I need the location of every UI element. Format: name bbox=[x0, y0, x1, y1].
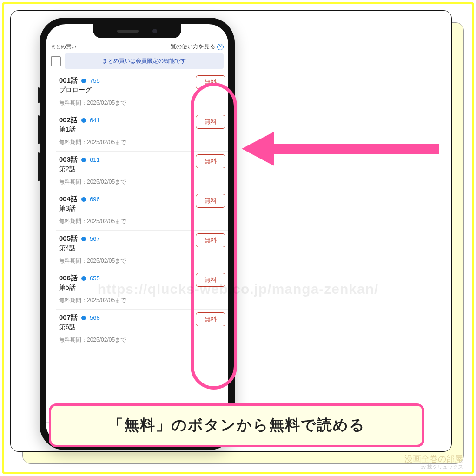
episode-list[interactable]: 001話755プロローグ無料期間：2025/02/05まで無料002話641第1… bbox=[46, 73, 228, 422]
free-period-text: 無料期間：2025/02/05まで bbox=[59, 218, 225, 225]
free-period-text: 無料期間：2025/02/05まで bbox=[59, 297, 225, 304]
free-read-button[interactable]: 無料 bbox=[196, 233, 225, 247]
free-period-text: 無料期間：2025/02/05まで bbox=[59, 336, 225, 344]
free-period-text: 無料期間：2025/02/05まで bbox=[59, 139, 225, 146]
episode-list-item[interactable]: 006話655第5話無料期間：2025/02/05まで無料 bbox=[56, 270, 228, 310]
bulk-buy-label: まとめ買い bbox=[51, 43, 76, 50]
comment-count: 568 bbox=[90, 314, 100, 321]
comment-dot-icon bbox=[81, 197, 86, 202]
credit-watermark: 漫画全巻の部屋 by 株クリュックス bbox=[404, 455, 463, 469]
comment-dot-icon bbox=[81, 79, 86, 83]
comment-dot-icon bbox=[81, 158, 86, 162]
episode-number: 005話 bbox=[59, 234, 78, 243]
comment-count: 641 bbox=[90, 117, 100, 124]
phone-frame: まとめ買い 一覧の使い方を見る ? まとめ買いは会員限定の機能です 001話75… bbox=[40, 18, 235, 450]
member-only-banner: まとめ買いは会員限定の機能です bbox=[65, 53, 224, 69]
free-read-button[interactable]: 無料 bbox=[196, 115, 225, 129]
free-read-button[interactable]: 無料 bbox=[196, 312, 225, 326]
comment-dot-icon bbox=[81, 276, 86, 281]
episode-list-item[interactable]: 004話696第3話無料期間：2025/02/05まで無料 bbox=[56, 191, 228, 231]
free-period-text: 無料期間：2025/02/05まで bbox=[59, 257, 225, 265]
episode-number: 003話 bbox=[59, 155, 78, 164]
episode-list-item[interactable]: 001話755プロローグ無料期間：2025/02/05まで無料 bbox=[56, 73, 228, 112]
episode-list-item[interactable]: 003話611第2話無料期間：2025/02/05まで無料 bbox=[56, 152, 228, 191]
free-read-button[interactable]: 無料 bbox=[196, 75, 225, 89]
phone-screen: まとめ買い 一覧の使い方を見る ? まとめ買いは会員限定の機能です 001話75… bbox=[46, 24, 228, 443]
comment-count: 696 bbox=[90, 196, 100, 203]
comment-count: 655 bbox=[90, 275, 100, 282]
comment-dot-icon bbox=[81, 118, 86, 123]
free-read-button[interactable]: 無料 bbox=[196, 154, 225, 168]
bulk-buy-checkbox[interactable] bbox=[51, 56, 61, 66]
comment-dot-icon bbox=[81, 316, 86, 320]
episode-number: 006話 bbox=[59, 274, 78, 283]
comment-dot-icon bbox=[81, 237, 86, 241]
free-period-text: 無料期間：2025/02/05まで bbox=[59, 178, 225, 186]
phone-notch bbox=[93, 24, 181, 38]
annotation-callout: 「無料」のボタンから無料で読める bbox=[49, 403, 424, 447]
episode-list-item[interactable]: 007話568第6話無料期間：2025/02/05まで無料 bbox=[56, 310, 228, 349]
episode-list-item[interactable]: 005話567第4話無料期間：2025/02/05まで無料 bbox=[56, 231, 228, 270]
free-read-button[interactable]: 無料 bbox=[196, 194, 225, 208]
question-icon: ? bbox=[217, 44, 224, 50]
comment-count: 611 bbox=[90, 156, 100, 163]
free-read-button[interactable]: 無料 bbox=[196, 273, 225, 287]
episode-number: 002話 bbox=[59, 116, 78, 125]
episode-number: 001話 bbox=[59, 76, 78, 85]
comment-count: 567 bbox=[90, 235, 100, 242]
episode-number: 007話 bbox=[59, 313, 78, 322]
episode-list-item[interactable]: 002話641第1話無料期間：2025/02/05まで無料 bbox=[56, 112, 228, 152]
free-period-text: 無料期間：2025/02/05まで bbox=[59, 99, 225, 107]
comment-count: 755 bbox=[90, 77, 100, 84]
usage-guide-link[interactable]: 一覧の使い方を見る ? bbox=[165, 43, 224, 51]
episode-number: 004話 bbox=[59, 195, 78, 204]
